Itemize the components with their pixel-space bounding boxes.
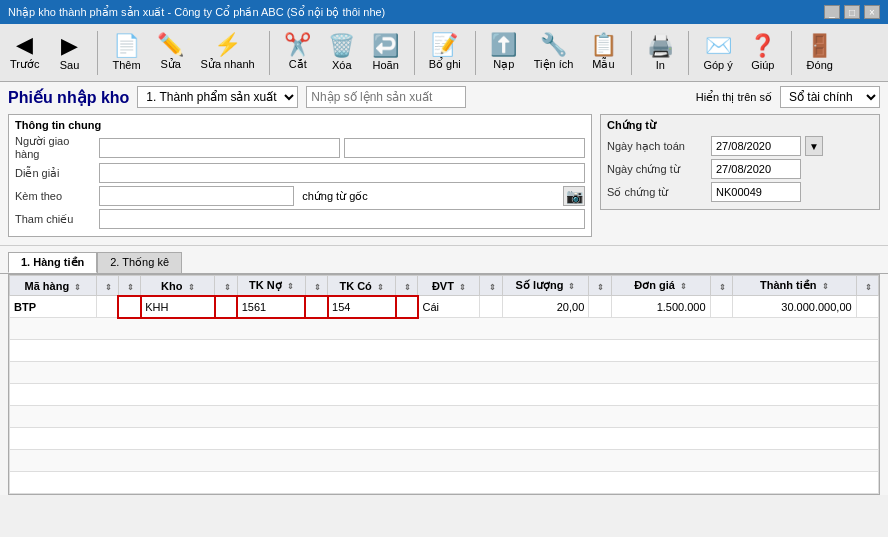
print-icon: 🖨️ xyxy=(647,35,674,57)
dien-giai-input[interactable] xyxy=(99,163,585,183)
table-row-empty xyxy=(10,318,879,340)
col-extra1: ⇕ xyxy=(96,276,118,296)
title-bar: Nhập kho thành phẩm sản xuất - Công ty C… xyxy=(0,0,888,24)
col-thanh-tien: Thành tiền ⇕ xyxy=(732,276,856,296)
data-table: Mã hàng ⇕ ⇕ ⇕ Kho ⇕ ⇕ TK Nợ ⇕ ⇕ TK Có ⇕ … xyxy=(9,275,879,494)
quick-edit-label: Sửa nhanh xyxy=(201,58,255,71)
col-tk-co: TK Có ⇕ xyxy=(328,276,396,296)
feedback-button[interactable]: ✉️ Góp ý xyxy=(699,33,736,73)
close-label: Đóng xyxy=(807,59,833,71)
load-button[interactable]: ⬆️ Nạp xyxy=(486,32,522,73)
data-table-wrapper: Mã hàng ⇕ ⇕ ⇕ Kho ⇕ ⇕ TK Nợ ⇕ ⇕ TK Có ⇕ … xyxy=(8,274,880,495)
tabs-row: 1. Hàng tiền 2. Thống kê xyxy=(8,252,880,273)
cancel-button[interactable]: ↩️ Hoãn xyxy=(368,33,404,73)
template-button[interactable]: 📋 Mẫu xyxy=(585,32,621,73)
print-button[interactable]: 🖨️ In xyxy=(642,33,678,73)
cell-extra2 xyxy=(118,296,140,318)
edit-button[interactable]: ✏️ Sửa xyxy=(153,32,189,73)
left-column: Thông tin chung Người giao hàng Diễn giả… xyxy=(8,114,592,241)
edit-label: Sửa xyxy=(160,58,180,71)
utility-label: Tiện ích xyxy=(534,58,574,71)
utility-button[interactable]: 🔧 Tiện ích xyxy=(530,32,578,73)
table-row-empty xyxy=(10,472,879,494)
back-label: Trước xyxy=(10,58,39,71)
post-icon: 📝 xyxy=(431,34,458,56)
display-select[interactable]: Sổ tài chính xyxy=(780,86,880,108)
form-area: Phiếu nhập kho 1. Thành phẩm sản xuất Hi… xyxy=(0,82,888,246)
tabs-container: 1. Hàng tiền 2. Thống kê xyxy=(0,246,888,274)
cell-extra5 xyxy=(396,296,418,318)
tab-thong-ke[interactable]: 2. Thống kê xyxy=(97,252,182,273)
col-extra8: ⇕ xyxy=(710,276,732,296)
camera-icon[interactable]: 📷 xyxy=(563,186,585,206)
add-label: Thêm xyxy=(112,59,140,71)
feedback-icon: ✉️ xyxy=(705,35,732,57)
ngay-hach-toan-btn[interactable]: ▼ xyxy=(805,136,823,156)
col-extra7: ⇕ xyxy=(589,276,611,296)
back-icon: ◀ xyxy=(16,34,33,56)
cell-extra9 xyxy=(856,296,878,318)
tab-hang-tien[interactable]: 1. Hàng tiền xyxy=(8,252,97,273)
close-window-button[interactable]: × xyxy=(864,5,880,19)
chung-tu-title: Chứng từ xyxy=(607,119,873,132)
back-button[interactable]: ◀ Trước xyxy=(6,32,43,73)
tham-chieu-row: Tham chiếu xyxy=(15,209,585,229)
col-dvt: ĐVT ⇕ xyxy=(418,276,480,296)
col-extra4: ⇕ xyxy=(305,276,327,296)
help-label: Giúp xyxy=(751,59,774,71)
quick-edit-button[interactable]: ⚡ Sửa nhanh xyxy=(197,32,259,73)
thong-tin-chung-box: Thông tin chung Người giao hàng Diễn giả… xyxy=(8,114,592,237)
col-extra6: ⇕ xyxy=(480,276,502,296)
cancel-label: Hoãn xyxy=(373,59,399,71)
kem-theo-row: Kèm theo chứng từ gốc 📷 xyxy=(15,186,585,206)
nguoi-giao-hang-input[interactable] xyxy=(99,138,340,158)
ngay-hach-toan-row: Ngày hạch toán 27/08/2020 ▼ xyxy=(607,136,873,156)
forward-button[interactable]: ▶ Sau xyxy=(51,33,87,73)
delete-label: Xóa xyxy=(332,59,352,71)
thong-tin-chung-title: Thông tin chung xyxy=(15,119,585,131)
close-button[interactable]: 🚪 Đóng xyxy=(802,33,838,73)
order-input[interactable] xyxy=(306,86,466,108)
table-header-row: Mã hàng ⇕ ⇕ ⇕ Kho ⇕ ⇕ TK Nợ ⇕ ⇕ TK Có ⇕ … xyxy=(10,276,879,296)
nguoi-giao-hang-label: Người giao hàng xyxy=(15,135,95,160)
print-label: In xyxy=(656,59,665,71)
add-button[interactable]: 📄 Thêm xyxy=(108,33,144,73)
post-label: Bổ ghi xyxy=(429,58,461,71)
maximize-button[interactable]: □ xyxy=(844,5,860,19)
toolbar-sep-7 xyxy=(791,31,792,75)
display-label: Hiển thị trên số xyxy=(696,91,772,104)
cut-button[interactable]: ✂️ Cắt xyxy=(280,32,316,73)
help-button[interactable]: ❓ Giúp xyxy=(745,33,781,73)
col-extra5: ⇕ xyxy=(396,276,418,296)
cell-extra6 xyxy=(480,296,502,318)
dien-giai-row: Diễn giải xyxy=(15,163,585,183)
col-extra3: ⇕ xyxy=(215,276,237,296)
table-row-empty xyxy=(10,384,879,406)
table-row-empty xyxy=(10,340,879,362)
right-column: Chứng từ Ngày hạch toán 27/08/2020 ▼ Ngà… xyxy=(600,114,880,241)
delete-button[interactable]: 🗑️ Xóa xyxy=(324,33,360,73)
cell-ma-hang: BTP xyxy=(10,296,97,318)
nguoi-giao-hang-input2[interactable] xyxy=(344,138,585,158)
dien-giai-label: Diễn giải xyxy=(15,167,95,180)
form-title-row: Phiếu nhập kho 1. Thành phẩm sản xuất Hi… xyxy=(8,86,880,108)
col-extra2: ⇕ xyxy=(118,276,140,296)
cell-tk-co: 154 xyxy=(328,296,396,318)
cell-thanh-tien: 30.000.000,00 xyxy=(732,296,856,318)
category-dropdown[interactable]: 1. Thành phẩm sản xuất xyxy=(137,86,298,108)
quick-edit-icon: ⚡ xyxy=(214,34,241,56)
tham-chieu-input[interactable] xyxy=(99,209,585,229)
so-chung-tu-row: Số chứng từ NK00049 xyxy=(607,182,873,202)
so-chung-tu-label: Số chứng từ xyxy=(607,186,707,199)
forward-label: Sau xyxy=(60,59,80,71)
template-label: Mẫu xyxy=(592,58,614,71)
table-row[interactable]: BTP KHH 1561 154 Cái 20,00 1.500.000 30.… xyxy=(10,296,879,318)
tham-chieu-label: Tham chiếu xyxy=(15,213,95,226)
help-icon: ❓ xyxy=(749,35,776,57)
kem-theo-input[interactable] xyxy=(99,186,294,206)
minimize-button[interactable]: _ xyxy=(824,5,840,19)
cell-kho: KHH xyxy=(141,296,215,318)
post-button[interactable]: 📝 Bổ ghi xyxy=(425,32,465,73)
cell-extra1 xyxy=(96,296,118,318)
forward-icon: ▶ xyxy=(61,35,78,57)
